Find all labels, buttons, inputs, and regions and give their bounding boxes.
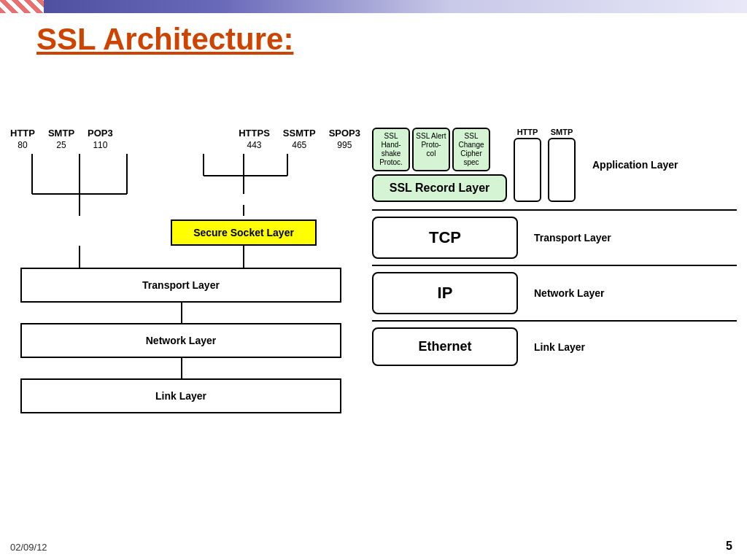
ssl-change-box: SSL Change Cipher spec — [452, 128, 490, 171]
network-layer-box: Network Layer — [20, 323, 341, 358]
left-connectors-svg — [10, 154, 346, 219]
ssl-handshake-box: SSL Hand- shake Protoc. — [372, 128, 410, 171]
ssl-alert-box: SSL Alert Proto- col — [412, 128, 450, 171]
http-label: HTTP — [517, 128, 538, 136]
ip-row: IP Network Layer — [372, 266, 737, 322]
smtp-label: SMTP — [551, 128, 573, 136]
ssl-boxes-group: SSL Hand- shake Protoc. SSL Alert Proto-… — [372, 128, 507, 202]
http-box — [514, 138, 541, 202]
ssl-to-transport-svg — [10, 246, 346, 268]
ssl-box-container: Secure Socket Layer — [10, 219, 360, 246]
network-to-link-connector — [181, 358, 182, 378]
tcp-row: TCP Transport Layer — [372, 209, 737, 266]
smtp-group: SMTP — [548, 128, 576, 202]
pop3-proto: POP3110 — [88, 128, 113, 151]
ssl-box: Secure Socket Layer — [171, 219, 317, 246]
right-diagram: SSL Hand- shake Protoc. SSL Alert Proto-… — [372, 128, 737, 372]
top-bar — [0, 0, 747, 13]
eth-row: Ethernet Link Layer — [372, 322, 737, 372]
group1: HTTP80 SMTP25 POP3110 — [10, 128, 113, 151]
link-layer-label: Link Layer — [527, 341, 585, 353]
footer-date: 02/09/12 — [10, 542, 47, 553]
ssl-top-boxes: SSL Hand- shake Protoc. SSL Alert Proto-… — [372, 128, 507, 171]
ip-box: IP — [372, 272, 518, 314]
https-proto: HTTPS443 — [239, 128, 270, 151]
http-proto: HTTP80 — [10, 128, 35, 151]
ssl-record-box: SSL Record Layer — [372, 174, 507, 202]
ethernet-box: Ethernet — [372, 327, 518, 366]
spop3-proto: SPOP3995 — [329, 128, 360, 151]
group2: HTTPS443 SSMTP465 SPOP3995 — [239, 128, 360, 151]
transport-layer-box: Transport Layer — [20, 268, 341, 303]
smtp-proto: SMTP25 — [48, 128, 74, 151]
http-group: HTTP — [514, 128, 541, 202]
transport-to-network-connector — [181, 303, 182, 323]
app-layer-label: Application Layer — [585, 159, 678, 171]
left-diagram: HTTP80 SMTP25 POP3110 HTTPS443 SSMTP465 … — [10, 128, 360, 413]
transport-layer-label: Transport Layer — [527, 232, 611, 244]
page-number: 5 — [726, 540, 732, 553]
page-title: SSL Architecture: — [36, 22, 293, 57]
tcp-box: TCP — [372, 217, 518, 259]
smtp-box — [548, 138, 576, 202]
app-layer-section: SSL Hand- shake Protoc. SSL Alert Proto-… — [372, 128, 737, 209]
top-bar-squares — [0, 0, 44, 13]
link-layer-box: Link Layer — [20, 378, 341, 413]
network-layer-label: Network Layer — [527, 287, 604, 299]
protocol-row: HTTP80 SMTP25 POP3110 HTTPS443 SSMTP465 … — [10, 128, 360, 151]
ssmtp-proto: SSMTP465 — [283, 128, 316, 151]
